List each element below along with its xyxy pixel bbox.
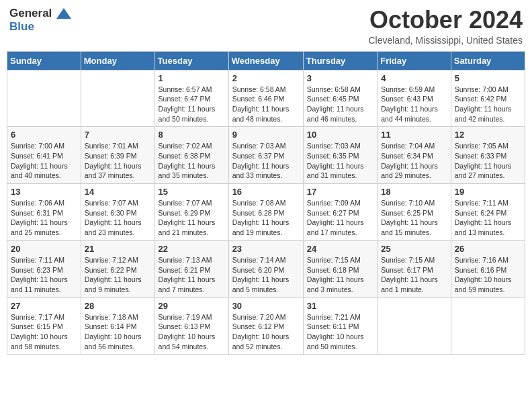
day-info: Sunrise: 7:05 AM Sunset: 6:33 PM Dayligh… — [455, 141, 521, 181]
day-info: Sunrise: 6:59 AM Sunset: 6:43 PM Dayligh… — [381, 85, 447, 124]
svg-marker-0 — [56, 8, 71, 19]
day-info: Sunrise: 7:06 AM Sunset: 6:31 PM Dayligh… — [11, 198, 77, 238]
day-info: Sunrise: 7:09 AM Sunset: 6:27 PM Dayligh… — [307, 198, 373, 238]
calendar-cell: 20Sunrise: 7:11 AM Sunset: 6:23 PM Dayli… — [7, 240, 81, 298]
day-of-week-header: Sunday — [7, 51, 81, 70]
day-number: 16 — [232, 187, 300, 197]
logo-icon — [56, 8, 71, 19]
day-number: 27 — [11, 301, 77, 311]
day-info: Sunrise: 7:21 AM Sunset: 6:11 PM Dayligh… — [307, 312, 373, 352]
calendar-cell: 24Sunrise: 7:15 AM Sunset: 6:18 PM Dayli… — [303, 240, 377, 298]
day-info: Sunrise: 7:13 AM Sunset: 6:21 PM Dayligh… — [159, 255, 225, 295]
day-number: 8 — [159, 130, 225, 140]
calendar-cell: 16Sunrise: 7:08 AM Sunset: 6:28 PM Dayli… — [228, 184, 303, 241]
calendar-cell: 17Sunrise: 7:09 AM Sunset: 6:27 PM Dayli… — [303, 184, 377, 241]
calendar-cell: 31Sunrise: 7:21 AM Sunset: 6:11 PM Dayli… — [303, 298, 377, 355]
day-info: Sunrise: 7:14 AM Sunset: 6:20 PM Dayligh… — [232, 255, 300, 295]
logo-blue: Blue — [9, 20, 34, 33]
page-header: General Blue October 2024 Cleveland, Mis… — [7, 7, 525, 46]
calendar-cell: 12Sunrise: 7:05 AM Sunset: 6:33 PM Dayli… — [451, 127, 525, 184]
day-number: 29 — [159, 301, 225, 311]
calendar-cell: 11Sunrise: 7:04 AM Sunset: 6:34 PM Dayli… — [378, 127, 451, 184]
calendar-header-row: SundayMondayTuesdayWednesdayThursdayFrid… — [7, 51, 525, 70]
calendar-cell: 4Sunrise: 6:59 AM Sunset: 6:43 PM Daylig… — [378, 70, 451, 127]
day-number: 12 — [455, 130, 521, 140]
day-info: Sunrise: 6:57 AM Sunset: 6:47 PM Dayligh… — [159, 85, 225, 124]
calendar-table: SundayMondayTuesdayWednesdayThursdayFrid… — [7, 51, 525, 355]
day-number: 5 — [455, 73, 521, 83]
calendar-cell: 14Sunrise: 7:07 AM Sunset: 6:30 PM Dayli… — [81, 184, 154, 241]
calendar-week-row: 27Sunrise: 7:17 AM Sunset: 6:15 PM Dayli… — [7, 298, 525, 355]
calendar-cell: 23Sunrise: 7:14 AM Sunset: 6:20 PM Dayli… — [228, 240, 303, 298]
day-info: Sunrise: 7:00 AM Sunset: 6:42 PM Dayligh… — [455, 85, 521, 124]
day-number: 21 — [85, 244, 151, 254]
day-number: 28 — [85, 301, 151, 311]
calendar-cell: 26Sunrise: 7:16 AM Sunset: 6:16 PM Dayli… — [451, 240, 525, 298]
calendar-cell: 27Sunrise: 7:17 AM Sunset: 6:15 PM Dayli… — [7, 298, 81, 355]
day-number: 30 — [232, 301, 300, 311]
day-info: Sunrise: 7:02 AM Sunset: 6:38 PM Dayligh… — [159, 141, 225, 181]
day-info: Sunrise: 7:03 AM Sunset: 6:35 PM Dayligh… — [307, 141, 373, 181]
calendar-cell: 5Sunrise: 7:00 AM Sunset: 6:42 PM Daylig… — [451, 70, 525, 127]
day-number: 22 — [159, 244, 225, 254]
logo: General Blue — [9, 7, 71, 34]
day-number: 7 — [85, 130, 151, 140]
calendar-cell: 3Sunrise: 6:58 AM Sunset: 6:45 PM Daylig… — [303, 70, 377, 127]
calendar-cell: 1Sunrise: 6:57 AM Sunset: 6:47 PM Daylig… — [154, 70, 228, 127]
calendar-cell — [451, 298, 525, 355]
day-number: 19 — [455, 187, 521, 197]
day-info: Sunrise: 7:12 AM Sunset: 6:22 PM Dayligh… — [85, 255, 151, 295]
day-number: 11 — [381, 130, 447, 140]
day-number: 24 — [307, 244, 373, 254]
day-info: Sunrise: 7:20 AM Sunset: 6:12 PM Dayligh… — [232, 312, 300, 352]
day-info: Sunrise: 7:01 AM Sunset: 6:39 PM Dayligh… — [85, 141, 151, 181]
day-number: 15 — [159, 187, 225, 197]
day-number: 18 — [381, 187, 447, 197]
day-info: Sunrise: 7:18 AM Sunset: 6:14 PM Dayligh… — [85, 312, 151, 352]
day-info: Sunrise: 7:11 AM Sunset: 6:24 PM Dayligh… — [455, 198, 521, 238]
calendar-cell: 30Sunrise: 7:20 AM Sunset: 6:12 PM Dayli… — [228, 298, 303, 355]
calendar-cell: 29Sunrise: 7:19 AM Sunset: 6:13 PM Dayli… — [154, 298, 228, 355]
day-number: 9 — [232, 130, 300, 140]
day-info: Sunrise: 7:17 AM Sunset: 6:15 PM Dayligh… — [11, 312, 77, 352]
day-number: 13 — [11, 187, 77, 197]
calendar-week-row: 6Sunrise: 7:00 AM Sunset: 6:41 PM Daylig… — [7, 127, 525, 184]
logo-general: General — [9, 7, 71, 20]
month-title: October 2024 — [368, 7, 523, 34]
calendar-cell: 13Sunrise: 7:06 AM Sunset: 6:31 PM Dayli… — [7, 184, 81, 241]
calendar-week-row: 13Sunrise: 7:06 AM Sunset: 6:31 PM Dayli… — [7, 184, 525, 241]
calendar-cell: 19Sunrise: 7:11 AM Sunset: 6:24 PM Dayli… — [451, 184, 525, 241]
day-number: 17 — [307, 187, 373, 197]
day-of-week-header: Monday — [81, 51, 154, 70]
day-number: 23 — [232, 244, 300, 254]
calendar-week-row: 20Sunrise: 7:11 AM Sunset: 6:23 PM Dayli… — [7, 240, 525, 298]
calendar-cell: 15Sunrise: 7:07 AM Sunset: 6:29 PM Dayli… — [154, 184, 228, 241]
calendar-cell: 28Sunrise: 7:18 AM Sunset: 6:14 PM Dayli… — [81, 298, 154, 355]
location: Cleveland, Mississippi, United States — [368, 35, 523, 46]
calendar-week-row: 1Sunrise: 6:57 AM Sunset: 6:47 PM Daylig… — [7, 70, 525, 127]
title-block: October 2024 Cleveland, Mississippi, Uni… — [368, 7, 523, 46]
day-number: 20 — [11, 244, 77, 254]
day-info: Sunrise: 7:08 AM Sunset: 6:28 PM Dayligh… — [232, 198, 300, 238]
day-of-week-header: Saturday — [451, 51, 525, 70]
calendar-cell: 7Sunrise: 7:01 AM Sunset: 6:39 PM Daylig… — [81, 127, 154, 184]
day-of-week-header: Wednesday — [228, 51, 303, 70]
day-info: Sunrise: 6:58 AM Sunset: 6:45 PM Dayligh… — [307, 85, 373, 124]
calendar-cell — [378, 298, 451, 355]
calendar-cell: 10Sunrise: 7:03 AM Sunset: 6:35 PM Dayli… — [303, 127, 377, 184]
day-number: 6 — [11, 130, 77, 140]
day-number: 25 — [381, 244, 447, 254]
day-number: 2 — [232, 73, 300, 83]
day-info: Sunrise: 7:03 AM Sunset: 6:37 PM Dayligh… — [232, 141, 300, 181]
day-info: Sunrise: 7:04 AM Sunset: 6:34 PM Dayligh… — [381, 141, 447, 181]
calendar-cell: 22Sunrise: 7:13 AM Sunset: 6:21 PM Dayli… — [154, 240, 228, 298]
calendar-cell: 25Sunrise: 7:15 AM Sunset: 6:17 PM Dayli… — [378, 240, 451, 298]
calendar-cell: 8Sunrise: 7:02 AM Sunset: 6:38 PM Daylig… — [154, 127, 228, 184]
day-info: Sunrise: 7:00 AM Sunset: 6:41 PM Dayligh… — [11, 141, 77, 181]
day-of-week-header: Tuesday — [154, 51, 228, 70]
day-number: 14 — [85, 187, 151, 197]
day-info: Sunrise: 7:07 AM Sunset: 6:29 PM Dayligh… — [159, 198, 225, 238]
calendar-cell: 21Sunrise: 7:12 AM Sunset: 6:22 PM Dayli… — [81, 240, 154, 298]
day-info: Sunrise: 7:11 AM Sunset: 6:23 PM Dayligh… — [11, 255, 77, 295]
day-info: Sunrise: 7:19 AM Sunset: 6:13 PM Dayligh… — [159, 312, 225, 352]
